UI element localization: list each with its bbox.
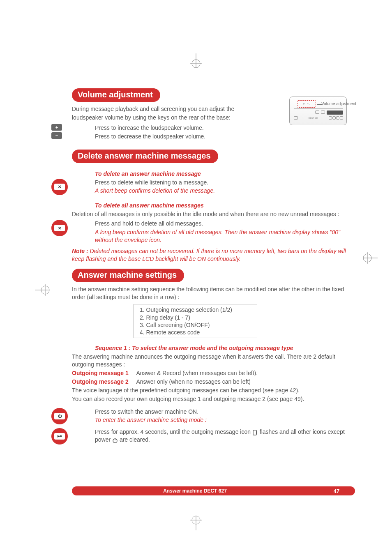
press-4s-c: are cleared. xyxy=(120,436,150,443)
power-key-icon: ⏻ xyxy=(54,413,65,419)
delete-line3b: A long beep confirms deletion of all old… xyxy=(95,228,355,244)
crop-mark-top xyxy=(188,53,204,70)
seq1-title: Sequence 1 : To select the answer mode a… xyxy=(95,345,355,351)
volume-title: Volume adjustment xyxy=(72,88,160,102)
press-4s: Press for approx. 4 seconds, until the o… xyxy=(95,428,355,444)
record-own: You can also record your own outgoing me… xyxy=(72,395,355,403)
x-key-icon-2: ✕ xyxy=(54,225,65,231)
seq1-intro: The answering machine announces the outg… xyxy=(72,353,355,368)
enter-mode: To enter the answer machine setting mode… xyxy=(95,416,355,424)
voice-lang: The voice language of the predefined out… xyxy=(72,387,355,394)
settings-item-4: 4. Remote access code xyxy=(140,329,232,336)
minus-key-icon: − xyxy=(51,132,62,139)
volume-intro-2: loudspeaker volume by using the keys on … xyxy=(72,114,244,122)
x-key-icon: ✕ xyxy=(54,184,65,190)
svg-rect-16 xyxy=(253,430,256,435)
om1-desc: Answer & Record (when messages can be le… xyxy=(136,370,258,376)
delete-sub2: To delete all answer machine messages xyxy=(95,202,355,209)
volume-section: Volume adjustment During message playbac… xyxy=(72,88,355,140)
footer-page: 47 xyxy=(318,486,355,495)
device-callout-label: Volume adjustment xyxy=(321,101,356,106)
crop-mark-left xyxy=(35,282,51,298)
volume-decrease: Press to decrease the loudspeaker volume… xyxy=(95,133,355,140)
power-inline-icon xyxy=(112,438,118,443)
delete-section: Delete answer machine messages To delete… xyxy=(72,150,355,263)
delete-all-key-badge: ✕ xyxy=(51,220,68,236)
delete-sub1: To delete an answer machine message xyxy=(95,170,355,177)
footer-bar: Answer machine DECT 627 47 xyxy=(72,486,355,495)
volume-keys-icon: + − xyxy=(51,124,62,139)
base-station-diagram: ⊡ ⁺₋ DECT 627 xyxy=(289,97,363,134)
play-key-badge: ▶∕■ xyxy=(51,428,68,444)
note-label: Note : xyxy=(72,248,88,254)
delete-note: Note : Deleted messages can not be recov… xyxy=(72,247,355,263)
settings-item-2: 2. Ring delay (1 - 7) xyxy=(140,314,232,321)
delete-key-badge: ✕ xyxy=(51,179,68,195)
settings-section: Answer machine settings In the answer ma… xyxy=(72,269,355,444)
power-key-badge: ⏻ xyxy=(51,408,68,424)
crop-mark-right xyxy=(361,250,378,266)
delete-line2: Deletion of all messages is only possibl… xyxy=(72,210,355,218)
plus-key-icon: + xyxy=(51,124,62,131)
settings-title: Answer machine settings xyxy=(72,269,184,282)
press-4s-a: Press for approx. 4 seconds, until the o… xyxy=(95,428,252,435)
settings-item-3: 3. Call screening (ON/OFF) xyxy=(140,321,232,329)
om1-row: Outgoing message 1 Answer & Record (when… xyxy=(72,369,355,377)
ogm-icon xyxy=(252,430,258,435)
settings-intro: In the answer machine setting sequence t… xyxy=(72,286,355,301)
play-key-icon: ▶∕■ xyxy=(54,433,65,440)
device-screen-icon: ⊡ ⁺₋ xyxy=(297,100,316,108)
om2-label: Outgoing message 2 xyxy=(72,378,129,385)
om2-row: Outgoing message 2 Answer only (when no … xyxy=(72,378,355,386)
om2-desc: Answer only (when no messages can be lef… xyxy=(136,378,251,385)
delete-line1b: A short beep confirms deletion of the me… xyxy=(95,187,355,195)
delete-line1: Press to delete while listening to a mes… xyxy=(95,179,355,187)
note-text: Deleted messages can not be recovered. I… xyxy=(72,248,346,262)
settings-list-box: 1. Outgoing message selection (1/2) 2. R… xyxy=(134,304,257,338)
press-on: Press to switch the answer machine ON. xyxy=(95,408,355,416)
delete-title: Delete answer machine messages xyxy=(72,150,218,163)
crop-mark-bottom xyxy=(188,514,204,530)
settings-item-1: 1. Outgoing message selection (1/2) xyxy=(140,306,232,313)
footer-title: Answer machine DECT 627 xyxy=(72,486,318,495)
om1-label: Outgoing message 1 xyxy=(72,370,129,376)
volume-intro-1: During message playback and call screeni… xyxy=(72,105,244,113)
delete-line3: Press and hold to delete all old message… xyxy=(95,220,355,228)
